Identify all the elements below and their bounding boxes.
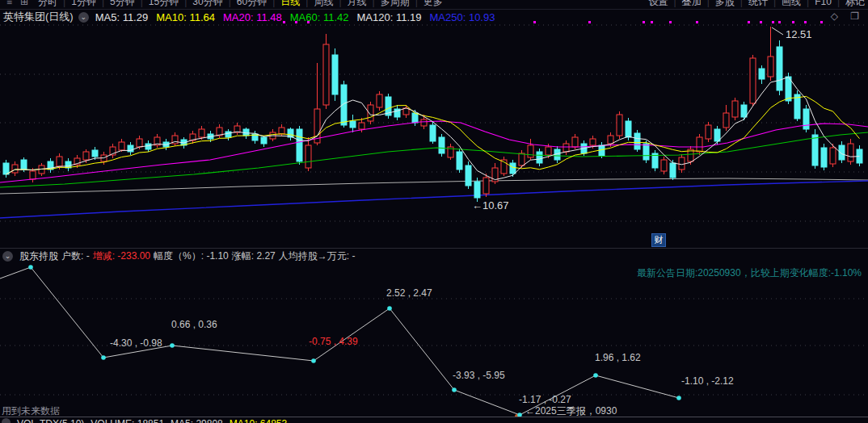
candle-body bbox=[617, 115, 622, 136]
candle-body bbox=[821, 148, 827, 167]
toolbar-button[interactable]: 设置 bbox=[643, 0, 674, 8]
candle-body bbox=[572, 137, 578, 147]
period-tab-10[interactable]: 多周期 bbox=[375, 0, 415, 8]
grid-icon[interactable]: ⊞ bbox=[16, 0, 32, 8]
event-marker-dot bbox=[778, 21, 781, 23]
event-marker-dot bbox=[696, 21, 698, 23]
toolbar-button[interactable]: 多股 bbox=[710, 0, 740, 8]
candle-body bbox=[3, 163, 9, 174]
candle-body bbox=[279, 128, 284, 134]
period-toolbar: ≡⊞分时|1分钟|5分钟|15分钟|30分钟|60分钟|日线|周线|月线|多周期… bbox=[0, 0, 868, 10]
event-marker-dot bbox=[804, 21, 807, 23]
candle-body bbox=[848, 144, 853, 161]
candle-body bbox=[706, 125, 711, 139]
chart-corner-icons[interactable]: ◇ ❐ bbox=[831, 10, 864, 22]
data-point-dot bbox=[452, 387, 457, 392]
period-tab-6[interactable]: 60分钟 bbox=[231, 0, 272, 8]
candle-body bbox=[332, 55, 338, 94]
vol-indicator-value: MA5: 29808 bbox=[171, 418, 223, 423]
holdings-chart[interactable]: -4.30 , -0.980.66 , 0.36-0.75 , 4.392.52… bbox=[0, 248, 868, 417]
candle-body bbox=[30, 171, 36, 179]
event-marker-dot bbox=[588, 21, 591, 23]
candle-body bbox=[377, 94, 382, 107]
event-marker-dot bbox=[283, 21, 285, 23]
data-point-label: 2.52 , 2.47 bbox=[386, 287, 432, 299]
candle-body bbox=[563, 144, 569, 152]
chevron-circle-icon[interactable] bbox=[2, 418, 11, 423]
period-tab-1[interactable]: 分时 bbox=[32, 0, 63, 8]
candle-body bbox=[412, 113, 418, 123]
candle-body bbox=[723, 113, 729, 128]
kline-svg: 12.51←10.67 bbox=[0, 24, 868, 248]
candle-body bbox=[421, 119, 427, 126]
event-marker-dot bbox=[760, 21, 762, 23]
toolbar-button[interactable]: 叠加 bbox=[676, 0, 707, 8]
kline-chart[interactable]: 12.51←10.67 bbox=[0, 24, 868, 248]
candle-body bbox=[714, 129, 720, 141]
event-marker-dot bbox=[643, 21, 645, 23]
candle-body bbox=[474, 182, 480, 198]
candle-body bbox=[261, 137, 267, 144]
holdings-svg bbox=[0, 248, 868, 417]
candle-body bbox=[21, 160, 27, 170]
candle-body bbox=[510, 163, 516, 174]
candle-body bbox=[323, 44, 329, 105]
finance-report-marker[interactable]: 财 bbox=[651, 233, 666, 247]
candle-body bbox=[803, 109, 809, 129]
low-annotation: ←10.67 bbox=[472, 199, 509, 212]
high-annotation-arrow bbox=[772, 27, 783, 35]
candle-body bbox=[643, 144, 649, 160]
candle-body bbox=[457, 152, 462, 170]
toolbar-button[interactable]: F10 bbox=[809, 0, 837, 8]
event-marker-dot bbox=[295, 21, 297, 23]
data-point-label: 0.66 , 0.36 bbox=[171, 319, 217, 330]
vol-indicator-value: MA10: 64853 bbox=[230, 418, 287, 423]
candle-body bbox=[777, 47, 782, 90]
candle-body bbox=[661, 160, 667, 171]
candle-body bbox=[528, 145, 533, 157]
trading-terminal-window: ≡⊞分时|1分钟|5分钟|15分钟|30分钟|60分钟|日线|周线|月线|多周期… bbox=[0, 0, 868, 423]
candle-body bbox=[119, 142, 124, 150]
candle-body bbox=[439, 137, 445, 153]
candle-body bbox=[350, 121, 356, 128]
period-tab-7[interactable]: 日线 bbox=[275, 0, 305, 8]
candle-body bbox=[225, 132, 231, 137]
candle-body bbox=[679, 157, 685, 170]
candle-body bbox=[12, 165, 18, 173]
candle-body bbox=[199, 129, 204, 137]
candle-body bbox=[750, 58, 756, 103]
period-tab-9[interactable]: 月线 bbox=[342, 0, 373, 8]
candle-body bbox=[634, 133, 640, 149]
event-marker-dot bbox=[669, 21, 672, 23]
candle-body bbox=[430, 125, 436, 141]
period-tab-5[interactable]: 30分钟 bbox=[187, 0, 228, 8]
candle-body bbox=[83, 152, 89, 160]
candle-body bbox=[57, 157, 62, 166]
toolbar-button[interactable]: 标记 bbox=[840, 0, 868, 8]
period-tab-4[interactable]: 15分钟 bbox=[143, 0, 184, 8]
event-marker-dot bbox=[307, 21, 310, 23]
candle-body bbox=[537, 152, 542, 163]
candle-body bbox=[670, 163, 676, 178]
toolbar-button[interactable]: 画线 bbox=[776, 0, 807, 8]
candle-body bbox=[145, 144, 151, 149]
vol-indicator-name[interactable]: VOL-TDX(5,10) bbox=[17, 418, 84, 423]
period-tab-3[interactable]: 5分钟 bbox=[104, 0, 141, 8]
toolbar-button[interactable]: 统计 bbox=[743, 0, 773, 8]
ma120-line bbox=[0, 178, 868, 194]
period-tab-11[interactable]: 更多 bbox=[418, 0, 449, 8]
candle-body bbox=[305, 145, 311, 168]
period-tab-2[interactable]: 1分钟 bbox=[65, 0, 102, 8]
candle-body bbox=[599, 145, 605, 156]
candle-body bbox=[626, 121, 631, 137]
toolbar-right-group: 设置|叠加|多股|统计|画线|F10|标记 bbox=[643, 0, 868, 8]
candle-body bbox=[759, 69, 765, 79]
data-point-dot bbox=[170, 343, 175, 348]
period-tab-8[interactable]: 周线 bbox=[308, 0, 339, 8]
menu-icon[interactable]: ≡ bbox=[2, 0, 16, 8]
candle-body bbox=[741, 105, 747, 117]
event-marker-dot bbox=[748, 21, 750, 23]
data-point-dot bbox=[311, 358, 316, 363]
event-marker-dot bbox=[651, 21, 653, 23]
event-markers bbox=[0, 21, 868, 24]
